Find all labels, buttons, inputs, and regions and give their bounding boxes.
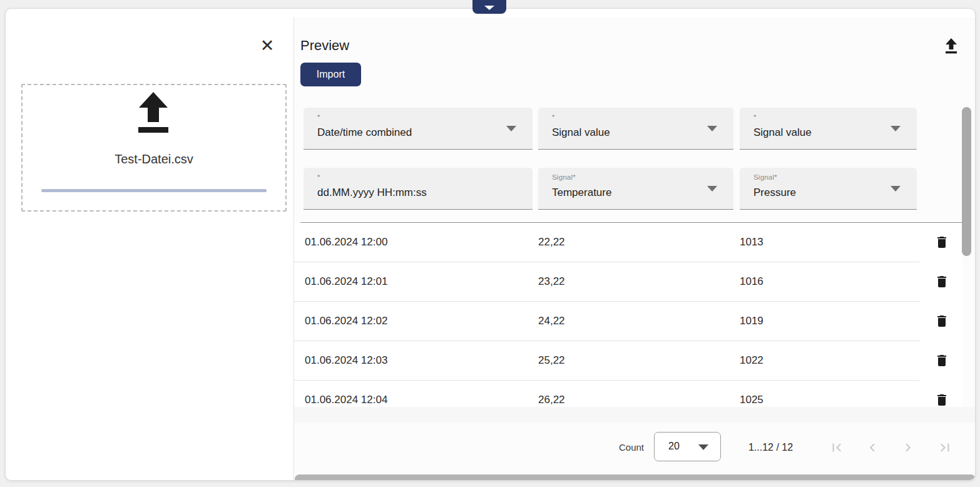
export-upload-icon[interactable] xyxy=(944,38,959,54)
cell-pressure: 1025 xyxy=(740,394,763,406)
field-required-label: * xyxy=(552,113,721,123)
upload-icon xyxy=(136,91,171,136)
column-type-select-1[interactable]: * Date/time combined xyxy=(304,108,533,150)
upload-progress-bar xyxy=(41,189,267,192)
field-signal-label: Signal* xyxy=(753,173,904,183)
column-type-select-3[interactable]: * Signal value xyxy=(740,108,917,150)
delete-row-button[interactable] xyxy=(932,391,951,407)
page-size-value: 20 xyxy=(668,441,680,452)
cell-temperature: 25,22 xyxy=(538,354,565,367)
delete-row-button[interactable] xyxy=(932,233,951,252)
first-page-icon xyxy=(829,439,845,456)
trash-icon xyxy=(934,235,949,250)
previous-page-button[interactable] xyxy=(864,439,880,456)
last-page-icon xyxy=(937,439,953,456)
chevron-right-icon xyxy=(900,439,916,456)
table-row: 01.06.2024 12:04 26,22 1025 xyxy=(294,381,920,407)
chevron-down-icon xyxy=(484,6,494,10)
delete-row-button[interactable] xyxy=(932,312,951,331)
signal-select-temperature[interactable]: Signal* Temperature xyxy=(538,168,733,210)
next-page-button[interactable] xyxy=(900,439,916,456)
field-value: Signal value xyxy=(753,126,904,139)
cell-temperature: 24,22 xyxy=(538,315,565,327)
datetime-format-input[interactable]: * dd.MM.yyyy HH:mm:ss xyxy=(304,168,533,210)
chevron-left-icon xyxy=(864,439,880,456)
field-value: Temperature xyxy=(552,187,721,199)
page-title: Preview xyxy=(300,38,349,54)
field-required-label: * xyxy=(317,113,520,123)
chevron-down-icon xyxy=(506,126,516,131)
field-required-label: * xyxy=(753,113,904,123)
delete-row-button[interactable] xyxy=(932,351,951,370)
vertical-scrollbar[interactable] xyxy=(962,107,971,256)
table-row: 01.06.2024 12:02 24,22 1019 xyxy=(294,302,920,341)
trash-icon xyxy=(934,274,949,289)
table-row: 01.06.2024 12:01 23,22 1016 xyxy=(294,262,920,302)
import-dialog: ✕ Test-Datei.csv Preview Import * Date/t… xyxy=(0,0,980,487)
delete-row-button[interactable] xyxy=(932,272,951,291)
cell-pressure: 1019 xyxy=(740,315,763,327)
field-value: Pressure xyxy=(753,187,904,199)
cell-pressure: 1013 xyxy=(740,236,763,249)
count-label: Count xyxy=(591,442,644,453)
cell-datetime: 01.06.2024 12:00 xyxy=(305,236,387,249)
uploaded-file-name: Test-Datei.csv xyxy=(21,152,287,167)
trash-icon xyxy=(934,392,949,407)
cell-temperature: 23,22 xyxy=(538,275,565,288)
horizontal-scrollbar[interactable] xyxy=(295,474,976,481)
cell-datetime: 01.06.2024 12:02 xyxy=(305,315,387,327)
collapse-panel-tab[interactable] xyxy=(472,0,506,14)
first-page-button[interactable] xyxy=(829,439,845,456)
cell-datetime: 01.06.2024 12:03 xyxy=(305,354,387,367)
chevron-down-icon xyxy=(707,126,717,131)
table-row: 01.06.2024 12:03 25,22 1022 xyxy=(294,341,920,381)
page-size-select[interactable]: 20 xyxy=(654,432,721,461)
field-value: Signal value xyxy=(552,126,721,139)
cell-pressure: 1022 xyxy=(740,354,763,367)
field-signal-label: Signal* xyxy=(552,173,721,183)
chevron-down-icon xyxy=(698,444,708,450)
import-button[interactable]: Import xyxy=(300,63,361,86)
table-footer-gap xyxy=(294,407,976,423)
field-value: dd.MM.yyyy HH:mm:ss xyxy=(317,187,520,199)
dialog-card: ✕ Test-Datei.csv Preview Import * Date/t… xyxy=(5,8,976,481)
cell-temperature: 22,22 xyxy=(538,236,565,249)
pagination-range-label: 1...12 / 12 xyxy=(735,442,807,453)
chevron-down-icon xyxy=(707,186,717,192)
cell-datetime: 01.06.2024 12:01 xyxy=(305,275,387,288)
close-button[interactable]: ✕ xyxy=(257,36,277,56)
trash-icon xyxy=(934,353,949,368)
signal-select-pressure[interactable]: Signal* Pressure xyxy=(740,168,917,210)
cell-temperature: 26,22 xyxy=(538,394,565,406)
table-row: 01.06.2024 12:00 22,22 1013 xyxy=(294,223,920,262)
field-value: Date/time combined xyxy=(317,126,520,139)
chevron-down-icon xyxy=(891,186,901,192)
chevron-down-icon xyxy=(891,126,901,131)
trash-icon xyxy=(934,314,949,329)
field-required-label: * xyxy=(317,173,520,183)
cell-pressure: 1016 xyxy=(740,275,763,288)
preview-table: 01.06.2024 12:00 22,22 1013 01.06.2024 1… xyxy=(294,223,962,407)
last-page-button[interactable] xyxy=(937,439,953,456)
cell-datetime: 01.06.2024 12:04 xyxy=(305,394,387,406)
column-type-select-2[interactable]: * Signal value xyxy=(538,108,733,150)
